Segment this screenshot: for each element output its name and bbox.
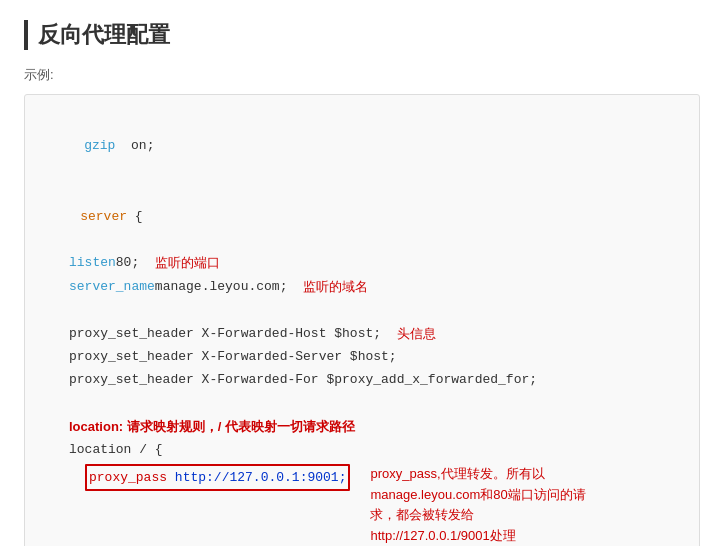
servername-annotation: 监听的域名: [303, 275, 368, 298]
code-line-proxy-server: proxy_set_header X-Forwarded-Server $hos…: [45, 345, 679, 368]
code-line-proxy-host: proxy_set_header X-Forwarded-Host $host;…: [45, 322, 679, 345]
proxy-pass-annotation: proxy_pass,代理转发。所有以manage.leyou.com和80端口…: [370, 464, 590, 546]
proxy-set-header-2: proxy_set_header X-Forwarded-Server $hos…: [69, 345, 397, 368]
code-line-server: server {: [45, 181, 679, 251]
page-title: 反向代理配置: [24, 20, 700, 50]
location-text: location / {: [69, 442, 163, 457]
code-block: gzip on; server { listen 80; 监听的端口 serve…: [24, 94, 700, 546]
listen-keyword: listen: [69, 251, 116, 274]
code-line-proxy-for: proxy_set_header X-Forwarded-For $proxy_…: [45, 368, 679, 391]
proxy-pass-keyword: proxy_pass: [89, 470, 167, 485]
server-keyword: server: [80, 209, 127, 224]
gzip-keyword: gzip: [84, 138, 115, 153]
code-line-servername: server_name manage.leyou.com; 监听的域名: [45, 275, 679, 298]
code-line-gzip: gzip on;: [45, 111, 679, 181]
location-annotation-text: location: 请求映射规则，/ 代表映射一切请求路径: [69, 419, 355, 434]
listen-annotation: 监听的端口: [155, 251, 220, 274]
location-annotation-line: location: 请求映射规则，/ 代表映射一切请求路径: [45, 415, 679, 438]
proxy-host-annotation: 头信息: [397, 322, 436, 345]
code-line-listen: listen 80; 监听的端口: [45, 251, 679, 274]
servername-keyword: server_name: [69, 275, 155, 298]
example-label: 示例:: [24, 66, 700, 84]
code-line-proxypass: proxy_pass http://127.0.0.1:9001; proxy_…: [45, 464, 679, 546]
proxy-set-header-3: proxy_set_header X-Forwarded-For $proxy_…: [69, 368, 537, 391]
code-line-location: location / {: [45, 438, 679, 461]
proxy-set-header-1-keyword: proxy_set_header X-Forwarded-Host $host;: [69, 322, 381, 345]
proxy-pass-boxed: proxy_pass http://127.0.0.1:9001;: [85, 464, 350, 491]
